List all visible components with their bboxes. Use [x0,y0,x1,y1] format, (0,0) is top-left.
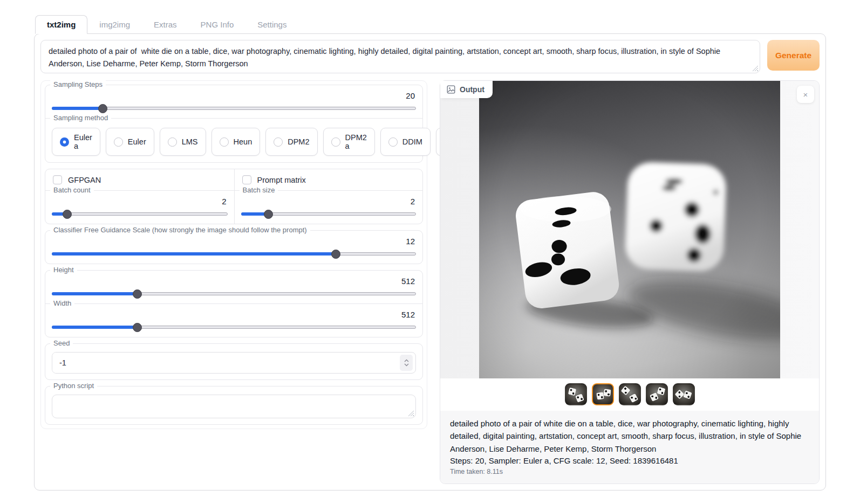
batch-size-slider[interactable] [241,210,417,218]
width-section: Width 512 [45,303,422,337]
tab-txt2img[interactable]: txt2img [35,15,87,34]
gallery-thumbnail-1[interactable] [565,383,587,405]
sampling-option-ddim[interactable]: DDIM [380,128,431,156]
slider-handle[interactable] [264,210,273,219]
script-box [52,395,416,418]
cfg-label: Classifier Free Guidance Scale (how stro… [50,226,310,234]
height-value: 512 [52,277,415,286]
sampling-option-label: DDIM [402,137,422,146]
batch-count-slider[interactable] [52,210,228,218]
cfg-section: Classifier Free Guidance Scale (how stro… [45,231,422,264]
tab-row: txt2imgimg2imgExtrasPNG InfoSettings [35,15,826,34]
slider-handle[interactable] [98,104,107,113]
chevron-down-icon [404,363,409,367]
checkbox-icon[interactable] [53,175,62,184]
radio-icon[interactable] [114,137,123,147]
sampling-option-label: Euler a [74,133,92,150]
tab-settings[interactable]: Settings [245,15,298,34]
python-script-label: Python script [50,382,97,390]
script-section: Python script [45,386,422,424]
radio-icon[interactable] [388,137,398,147]
sampling-steps-label: Sampling Steps [50,80,106,88]
sampling-steps-slider[interactable] [52,104,416,112]
radio-icon[interactable] [331,137,340,147]
height-label: Height [50,266,77,274]
radio-icon[interactable] [220,137,229,147]
caption-prompt: detailed photo of a pair of white die on… [450,417,809,455]
width-value: 512 [52,310,415,319]
cfg-slider[interactable] [52,250,416,258]
batch-count-value: 2 [52,197,227,206]
sampling-option-label: DPM2 [288,137,309,146]
sampling-option-label: LMS [182,137,198,146]
tab-extras[interactable]: Extras [142,15,189,34]
generate-button[interactable]: Generate [767,40,820,71]
settings-panel: Sampling Steps 20 Sampling method Euler … [40,80,427,429]
output-panel: Output × [440,80,820,484]
sampling-method-section: Sampling method Euler aEulerLMSHeunDPM2D… [45,118,422,162]
radio-icon[interactable] [274,137,283,147]
seed-input[interactable] [52,353,397,373]
caption-params: Steps: 20, Sampler: Euler a, CFG scale: … [450,456,809,465]
prompt-box: detailed photo of a pair of white die on… [40,40,760,73]
prompt-matrix-label: Prompt matrix [257,176,306,184]
batch-group: GFPGAN Prompt matrix Batch count [45,169,423,224]
slider-handle[interactable] [63,210,72,219]
tab-img2img[interactable]: img2img [87,15,142,34]
slider-handle[interactable] [133,289,142,299]
prompt-row: detailed photo of a pair of white die on… [40,40,820,73]
chevron-up-icon [404,359,409,362]
output-chip: Output [440,81,493,98]
sampling-option-label: DPM2 a [345,133,367,150]
seed-spinner[interactable] [400,355,413,371]
sampling-option-lms[interactable]: LMS [160,128,206,156]
seed-group: Seed [45,343,423,380]
sampling-option-euler-a[interactable]: Euler a [52,128,100,156]
sampling-option-label: Euler [128,137,146,146]
output-label: Output [460,85,484,94]
batch-sliders-row: Batch count 2 Batch size 2 [45,190,422,224]
gallery-thumbnails [440,378,819,411]
sampling-option-dpm2-a[interactable]: DPM2 a [323,128,375,156]
python-script-input[interactable] [52,395,415,418]
height-section: Height 512 [45,271,422,303]
sampling-steps-value: 20 [52,91,415,100]
seed-input-wrap [52,352,416,374]
prompt-input[interactable]: detailed photo of a pair of white die on… [41,40,760,71]
sampling-option-heun[interactable]: Heun [211,128,261,156]
gallery-thumbnail-4[interactable] [646,383,668,405]
width-slider[interactable] [52,323,416,331]
sampling-group: Sampling Steps 20 Sampling method Euler … [45,85,423,163]
output-gallery [440,81,819,378]
sampling-option-dpm2[interactable]: DPM2 [265,128,317,156]
checkbox-icon[interactable] [242,175,251,184]
gallery-thumbnail-2[interactable] [592,383,614,405]
sampling-option-euler[interactable]: Euler [106,128,154,156]
sampling-method-label: Sampling method [50,114,111,122]
output-caption: detailed photo of a pair of white die on… [440,411,819,484]
batch-count-label: Batch count [50,186,94,194]
image-icon [447,85,455,94]
close-icon[interactable]: × [797,86,814,103]
sampling-option-label: Heun [234,137,252,146]
radio-icon[interactable] [60,137,69,147]
batch-count-cell: Batch count 2 [45,191,234,224]
script-group: Python script [45,386,423,425]
seed-section: Seed [45,344,422,379]
height-slider[interactable] [52,289,416,298]
prompt-matrix-checkbox[interactable]: Prompt matrix [242,175,415,184]
gallery-thumbnail-3[interactable] [619,383,641,405]
gfpgan-label: GFPGAN [68,176,101,184]
gfpgan-checkbox[interactable]: GFPGAN [53,175,227,184]
checkbox-row: GFPGAN Prompt matrix [45,169,422,190]
generated-image[interactable] [479,81,780,378]
size-group: Height 512 Width 512 [45,270,423,337]
slider-handle[interactable] [133,323,142,332]
slider-handle[interactable] [331,250,340,259]
app-window: txt2imgimg2imgExtrasPNG InfoSettings det… [34,15,826,491]
seed-label: Seed [50,339,73,347]
gallery-thumbnail-5[interactable] [673,383,695,405]
cfg-group: Classifier Free Guidance Scale (how stro… [45,230,423,264]
radio-icon[interactable] [168,137,177,147]
tab-png-info[interactable]: PNG Info [189,15,246,34]
